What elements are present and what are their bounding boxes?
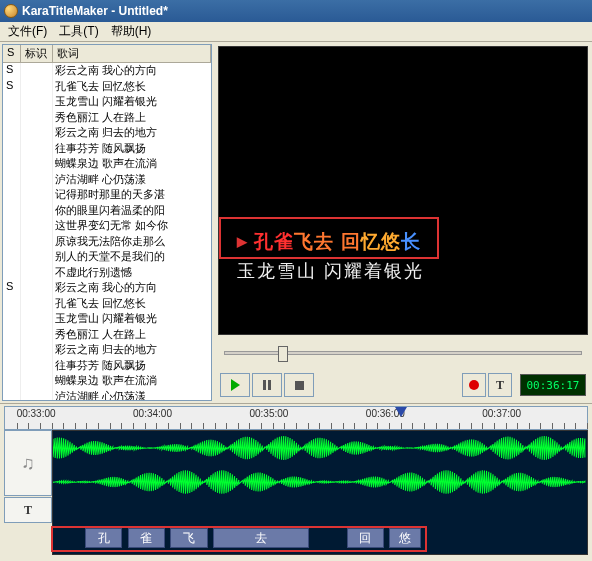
title-bar: KaraTitleMaker - Untitled*: [0, 0, 592, 22]
text-mode-button[interactable]: T: [488, 373, 512, 397]
audio-track-header[interactable]: ♫: [4, 430, 52, 496]
timecode-display: 00:36:17: [520, 374, 586, 396]
list-row-lyric[interactable]: 玉龙雪山 闪耀着银光: [53, 311, 211, 327]
karaoke-next-line: 玉龙雪山 闪耀着银光: [237, 259, 424, 283]
list-row-lyric[interactable]: 彩云之南 我心的方向: [53, 63, 211, 79]
lyric-segment[interactable]: 回: [347, 528, 384, 548]
record-button[interactable]: [462, 373, 486, 397]
stop-icon: [295, 381, 304, 390]
play-icon: [231, 379, 240, 391]
text-icon: T: [496, 378, 504, 393]
col-header-lyrics[interactable]: 歌词: [53, 45, 211, 62]
window-title: KaraTitleMaker - Untitled*: [22, 4, 168, 18]
lyric-segment[interactable]: 飞: [170, 528, 207, 548]
ruler-mark: 00:37:00: [482, 408, 521, 419]
list-row-s[interactable]: [3, 342, 20, 358]
list-row-lyric[interactable]: 记得那时那里的天多湛: [53, 187, 211, 203]
time-ruler[interactable]: 00:33:0000:34:0000:35:0000:36:0000:37:00: [4, 406, 588, 430]
list-row-lyric[interactable]: 秀色丽江 人在路上: [53, 327, 211, 343]
list-row-s[interactable]: [3, 187, 20, 203]
list-row-s[interactable]: [3, 94, 20, 110]
list-row-s[interactable]: [3, 172, 20, 188]
menu-bar: 文件(F) 工具(T) 帮助(H): [0, 22, 592, 42]
list-row-lyric[interactable]: 彩云之南 归去的地方: [53, 342, 211, 358]
list-header: S 标识 歌词: [3, 45, 211, 63]
lyrics-list-panel: S 标识 歌词 SSS 彩云之南 我心的方向孔雀飞去 回忆悠长玉龙雪山 闪耀着银…: [2, 44, 212, 401]
list-row-s[interactable]: [3, 141, 20, 157]
karaoke-current-line: ▶ 孔雀飞去 回忆悠长: [237, 229, 421, 255]
list-row-s[interactable]: [3, 296, 20, 312]
list-row-lyric[interactable]: 彩云之南 我心的方向: [53, 280, 211, 296]
seek-slider-row: [218, 339, 588, 367]
ruler-mark: 00:34:00: [133, 408, 172, 419]
menu-file[interactable]: 文件(F): [4, 22, 51, 41]
list-row-s[interactable]: [3, 358, 20, 374]
list-row-lyric[interactable]: 蝴蝶泉边 歌声在流淌: [53, 373, 211, 389]
list-row-s[interactable]: [3, 327, 20, 343]
seek-slider[interactable]: [224, 351, 582, 355]
text-track-header[interactable]: T: [4, 497, 52, 523]
playhead-icon[interactable]: [395, 407, 407, 417]
list-row-lyric[interactable]: 往事芬芳 随风飘扬: [53, 358, 211, 374]
text-track-icon: T: [24, 503, 32, 518]
list-row-s[interactable]: [3, 389, 20, 401]
ruler-mark: 00:33:00: [17, 408, 56, 419]
list-row-s[interactable]: [3, 311, 20, 327]
list-row-lyric[interactable]: 你的眼里闪着温柔的阳: [53, 203, 211, 219]
list-row-lyric[interactable]: 泸沽湖畔 心仍荡漾: [53, 389, 211, 401]
list-row-s[interactable]: [3, 373, 20, 389]
play-button[interactable]: [220, 373, 250, 397]
timeline-panel: 00:33:0000:34:0000:35:0000:36:0000:37:00…: [0, 404, 592, 559]
menu-tools[interactable]: 工具(T): [55, 22, 102, 41]
seek-thumb[interactable]: [278, 346, 288, 362]
list-row-lyric[interactable]: 玉龙雪山 闪耀着银光: [53, 94, 211, 110]
list-row-s[interactable]: [3, 156, 20, 172]
list-row-lyric[interactable]: 往事芬芳 随风飘扬: [53, 141, 211, 157]
lyric-segment[interactable]: 孔: [85, 528, 122, 548]
stop-button[interactable]: [284, 373, 314, 397]
pause-button[interactable]: [252, 373, 282, 397]
list-row-s[interactable]: [3, 234, 20, 250]
video-preview: ▶ 孔雀飞去 回忆悠长 玉龙雪山 闪耀着银光: [218, 46, 588, 335]
list-row-lyric[interactable]: 彩云之南 归去的地方: [53, 125, 211, 141]
col-header-s[interactable]: S: [3, 45, 21, 62]
list-row-lyric[interactable]: 孔雀飞去 回忆悠长: [53, 79, 211, 95]
list-row-s[interactable]: [3, 203, 20, 219]
track-gutter: ♫ T: [4, 430, 52, 555]
list-row-lyric[interactable]: 不虚此行别遗憾: [53, 265, 211, 281]
preview-panel: ▶ 孔雀飞去 回忆悠长 玉龙雪山 闪耀着银光 T 00:36:17: [214, 42, 592, 403]
list-row-lyric[interactable]: 别人的天堂不是我们的: [53, 249, 211, 265]
list-row-lyric[interactable]: 原谅我无法陪你走那么: [53, 234, 211, 250]
music-note-icon: ♫: [21, 453, 35, 474]
col-header-tag[interactable]: 标识: [21, 45, 53, 62]
lyric-segment[interactable]: 去: [213, 528, 309, 548]
lyric-segment[interactable]: 雀: [128, 528, 165, 548]
app-icon: [4, 4, 18, 18]
list-row-lyric[interactable]: 孔雀飞去 回忆悠长: [53, 296, 211, 312]
waveform-area[interactable]: 孔雀飞去回悠: [52, 430, 588, 555]
pause-icon: [263, 380, 271, 390]
list-row-s[interactable]: S: [3, 79, 20, 95]
list-row-s[interactable]: [3, 265, 20, 281]
menu-help[interactable]: 帮助(H): [107, 22, 156, 41]
lyric-segment[interactable]: 悠: [389, 528, 421, 548]
list-row-s[interactable]: [3, 218, 20, 234]
waveform-channel-2: [53, 467, 587, 497]
text-segment-track[interactable]: 孔雀飞去回悠: [53, 528, 587, 550]
transport-controls: T 00:36:17: [218, 371, 588, 399]
list-row-s[interactable]: [3, 110, 20, 126]
list-row-lyric[interactable]: 秀色丽江 人在路上: [53, 110, 211, 126]
list-body[interactable]: SSS 彩云之南 我心的方向孔雀飞去 回忆悠长玉龙雪山 闪耀着银光秀色丽江 人在…: [3, 63, 211, 400]
list-row-lyric[interactable]: 这世界变幻无常 如今你: [53, 218, 211, 234]
list-row-lyric[interactable]: 蝴蝶泉边 歌声在流淌: [53, 156, 211, 172]
list-row-s[interactable]: S: [3, 63, 20, 79]
marker-icon: ▶: [237, 234, 248, 249]
ruler-mark: 00:35:00: [249, 408, 288, 419]
list-row-s[interactable]: [3, 125, 20, 141]
waveform-channel-1: [53, 433, 587, 463]
list-row-s[interactable]: S: [3, 280, 20, 296]
list-row-s[interactable]: [3, 249, 20, 265]
list-row-lyric[interactable]: 泸沽湖畔 心仍荡漾: [53, 172, 211, 188]
record-icon: [469, 380, 479, 390]
